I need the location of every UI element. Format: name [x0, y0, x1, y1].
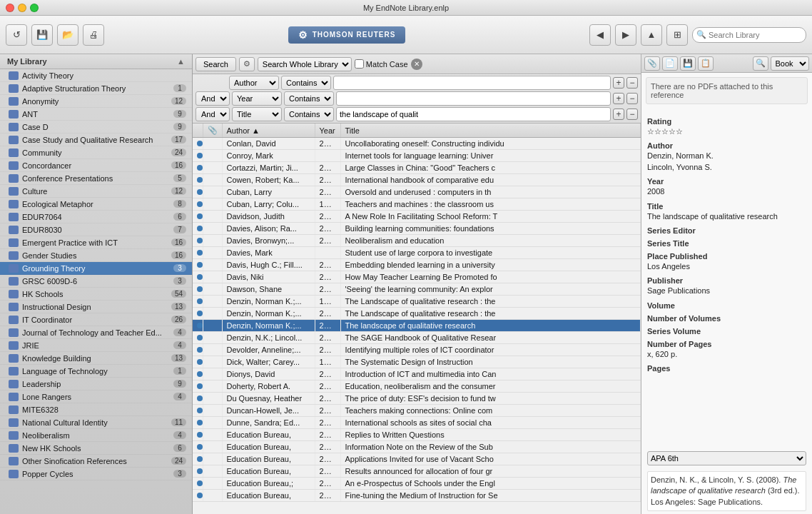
table-row[interactable]: Davies, Alison; Ra... 2005 Building lear…: [193, 223, 641, 235]
rp-type-select[interactable]: Book: [771, 56, 810, 71]
sidebar-item-1[interactable]: Adaptive Structuration Theory1: [0, 82, 192, 95]
sidebar-item-12[interactable]: EDUR80307: [0, 223, 192, 236]
sidebar-item-20[interactable]: Journal of Technology and Teacher Ed...4: [0, 326, 192, 339]
sidebar-item-7[interactable]: Concordancer16: [0, 159, 192, 172]
table-row[interactable]: Conlan, David 2004 Uncollaborating onese…: [193, 138, 641, 150]
rp-attach-button[interactable]: 📎: [644, 56, 660, 71]
table-row[interactable]: Dionys, David 2012 Introduction of ICT a…: [193, 368, 641, 381]
filter-op-1[interactable]: Contains: [281, 76, 331, 90]
sidebar-item-15[interactable]: Grounding Theory3: [0, 262, 192, 275]
close-button[interactable]: [6, 4, 14, 12]
sidebar-item-10[interactable]: Ecological Metaphor8: [0, 198, 192, 211]
search-settings-button[interactable]: ⚙: [239, 57, 255, 71]
sidebar-item-30[interactable]: Other Sinofication References24: [0, 455, 192, 468]
table-row[interactable]: Cortazzi, Martin; Ji... 2001 Large Class…: [193, 162, 641, 174]
sidebar-item-11[interactable]: EDUR70646: [0, 211, 192, 223]
sidebar-item-21[interactable]: JRIE4: [0, 339, 192, 352]
filter-connector-2[interactable]: And: [196, 91, 230, 106]
col-author-header[interactable]: Author ▲: [222, 124, 315, 138]
table-row[interactable]: Education Bureau, 2006 Applications Invi…: [193, 453, 641, 465]
print-button[interactable]: 🖨: [83, 24, 104, 46]
table-row[interactable]: Cuban, Larry 2001 Oversold and underused…: [193, 186, 641, 198]
search-library-input[interactable]: [692, 27, 806, 43]
rp-save-button[interactable]: 💾: [680, 56, 696, 71]
table-row[interactable]: Cuban, Larry; Colu... 1986 Teachers and …: [193, 198, 641, 211]
sidebar-item-0[interactable]: Activity Theory: [0, 69, 192, 82]
sidebar-item-13[interactable]: Emergent Practice with ICT16: [0, 236, 192, 249]
sidebar-item-14[interactable]: Gender Studies16: [0, 249, 192, 262]
table-row[interactable]: Davidson, Judith 2003 A New Role In Faci…: [193, 211, 641, 223]
save-button[interactable]: 💾: [31, 24, 53, 46]
view-button[interactable]: ⊞: [666, 24, 688, 46]
nav-back-button[interactable]: ◀: [589, 24, 611, 46]
table-row[interactable]: Doherty, Robert A. 2007 Education, neoli…: [193, 381, 641, 393]
col-dot-header[interactable]: [193, 124, 203, 138]
rp-open-button[interactable]: 📄: [662, 56, 678, 71]
nav-up-button[interactable]: ▲: [641, 24, 662, 46]
table-row[interactable]: Davies, Mark Student use of large corpor…: [193, 247, 641, 259]
maximize-button[interactable]: [30, 4, 39, 12]
table-row[interactable]: Dick, Walter; Carey... 1990 The Systemat…: [193, 356, 641, 368]
table-row[interactable]: Denzin, Norman K.;... 2008 The landscape…: [193, 320, 641, 332]
filter-field-2[interactable]: Year: [232, 91, 282, 106]
sidebar-item-31[interactable]: Popper Cycles3: [0, 468, 192, 480]
sidebar-item-29[interactable]: New HK Schools6: [0, 442, 192, 455]
table-row[interactable]: Duncan-Howell, Je... 2010 Teachers makin…: [193, 405, 641, 417]
search-scope-select[interactable]: Search Whole Library: [258, 57, 352, 71]
filter-value-3[interactable]: [336, 107, 611, 121]
table-row[interactable]: Dawson, Shane 2010 'Seeing' the learning…: [193, 283, 641, 296]
sidebar-item-4[interactable]: Case D9: [0, 121, 192, 133]
sidebar-item-22[interactable]: Knowledge Building13: [0, 352, 192, 365]
filter-field-3[interactable]: Title: [232, 107, 282, 121]
sidebar-item-28[interactable]: Neoliberalism4: [0, 429, 192, 442]
open-button[interactable]: 📂: [57, 24, 78, 46]
table-row[interactable]: Davis, Niki 2008 How May Teacher Learnin…: [193, 271, 641, 283]
sidebar-item-17[interactable]: HK Schools54: [0, 288, 192, 301]
table-row[interactable]: Education Bureau, 2004 Information Note …: [193, 441, 641, 453]
sidebar-item-6[interactable]: Community24: [0, 146, 192, 159]
sidebar-item-3[interactable]: ANT9: [0, 108, 192, 121]
filter-field-1[interactable]: Author: [229, 76, 279, 90]
nav-forward-button[interactable]: ▶: [615, 24, 636, 46]
table-row[interactable]: Denzin, Norman K.;... 1998 The Landscape…: [193, 296, 641, 308]
filter-op-2[interactable]: Contains: [284, 91, 334, 106]
table-row[interactable]: Conroy, Mark Internet tools for language…: [193, 150, 641, 162]
filter-op-3[interactable]: Contains: [284, 107, 334, 121]
filter-remove-3[interactable]: −: [626, 109, 638, 120]
minimize-button[interactable]: [18, 4, 26, 12]
filter-add-1[interactable]: +: [613, 77, 624, 89]
table-row[interactable]: Dunne, Sandra; Ed... 2010 International …: [193, 417, 641, 429]
table-row[interactable]: Education Bureau, 2001 Replies to Writte…: [193, 429, 641, 441]
sidebar-item-2[interactable]: Anonymity12: [0, 95, 192, 108]
rp-search-button[interactable]: 🔍: [753, 56, 768, 71]
rp-copy-button[interactable]: 📋: [698, 56, 714, 71]
table-row[interactable]: Davis, Hugh C.; Fill.... 2007 Embedding …: [193, 259, 641, 271]
table-row[interactable]: Denzin, Norman K.;... 2003 The Landscape…: [193, 308, 641, 320]
table-row[interactable]: Du Quesnay, Heather 2010 The price of du…: [193, 393, 641, 405]
table-row[interactable]: Denzin, N.K.; Lincol... 2011 The SAGE Ha…: [193, 332, 641, 344]
table-row[interactable]: Cowen, Robert; Ka... 2008 International …: [193, 174, 641, 186]
sidebar-item-26[interactable]: MITE6328: [0, 403, 192, 416]
filter-value-2[interactable]: [336, 91, 611, 106]
sidebar-item-27[interactable]: National Cultural Identity11: [0, 416, 192, 429]
table-row[interactable]: Education Bureau, 2010 Fine-tuning the M…: [193, 490, 641, 502]
table-row[interactable]: Education Bureau, 2009 Results announced…: [193, 465, 641, 478]
citation-style-select[interactable]: APA 6th: [647, 451, 806, 465]
table-row[interactable]: Davies, Bronwyn;... 2007 Neoliberalism a…: [193, 235, 641, 247]
match-case-checkbox[interactable]: [355, 59, 364, 69]
sidebar-item-8[interactable]: Conference Presentations5: [0, 172, 192, 185]
search-button[interactable]: Search: [196, 57, 236, 71]
sidebar-item-23[interactable]: Language of Technology1: [0, 365, 192, 378]
sidebar-item-16[interactable]: GRSC 6009D-63: [0, 275, 192, 288]
filter-add-3[interactable]: +: [613, 109, 624, 120]
filter-value-1[interactable]: [333, 76, 611, 90]
sidebar-item-5[interactable]: Case Study and Qualitative Research17: [0, 133, 192, 146]
filter-remove-1[interactable]: −: [626, 77, 638, 89]
filter-remove-2[interactable]: −: [626, 93, 638, 104]
refresh-button[interactable]: ↺: [6, 24, 27, 46]
sidebar-item-24[interactable]: Leadership9: [0, 378, 192, 390]
sidebar-item-25[interactable]: Lone Rangers4: [0, 390, 192, 403]
sidebar-item-9[interactable]: Culture12: [0, 185, 192, 198]
col-title-header[interactable]: Title: [340, 124, 641, 138]
filter-connector-3[interactable]: And: [196, 107, 230, 121]
